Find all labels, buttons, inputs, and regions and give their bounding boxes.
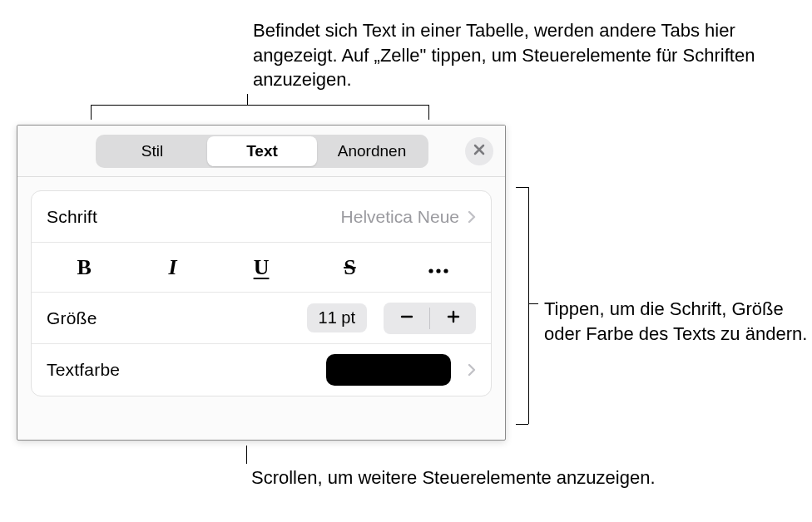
font-label: Schrift bbox=[47, 207, 97, 227]
underline-button[interactable]: U bbox=[217, 243, 305, 292]
italic-button[interactable]: I bbox=[128, 243, 216, 292]
text-options-group: Schrift Helvetica Neue B I U S bbox=[31, 190, 492, 396]
callout-top-text: Befindet sich Text in einer Tabelle, wer… bbox=[253, 18, 812, 92]
panel-body[interactable]: Schrift Helvetica Neue B I U S bbox=[17, 177, 505, 440]
format-panel: Stil Text Anordnen Schrift Helvetica Neu… bbox=[17, 125, 506, 441]
size-decrease-button[interactable] bbox=[384, 303, 429, 334]
strikethrough-button[interactable]: S bbox=[305, 243, 394, 292]
bracket-line bbox=[247, 94, 248, 105]
underline-icon: U bbox=[254, 255, 270, 280]
svg-point-2 bbox=[443, 268, 448, 273]
text-color-label: Textfarbe bbox=[47, 360, 120, 380]
callout-right-text: Tippen, um die Schrift, Größe oder Farbe… bbox=[544, 297, 812, 346]
size-stepper bbox=[384, 303, 476, 334]
text-color-row[interactable]: Textfarbe bbox=[32, 344, 491, 396]
callout-bottom-text: Scrollen, um weitere Steuerelemente anzu… bbox=[251, 465, 656, 490]
svg-point-1 bbox=[436, 268, 440, 273]
size-increase-button[interactable] bbox=[430, 303, 476, 334]
strikethrough-icon: S bbox=[344, 255, 355, 280]
bracket-line bbox=[528, 303, 538, 304]
tab-text[interactable]: Text bbox=[207, 136, 317, 166]
panel-header: Stil Text Anordnen bbox=[17, 126, 505, 177]
bracket-line bbox=[516, 424, 528, 425]
tab-stil[interactable]: Stil bbox=[97, 136, 207, 166]
more-options-button[interactable] bbox=[394, 243, 483, 292]
tab-segmented-control: Stil Text Anordnen bbox=[96, 135, 428, 168]
more-icon bbox=[428, 254, 449, 280]
bold-button[interactable]: B bbox=[40, 243, 128, 292]
close-button[interactable] bbox=[465, 137, 493, 165]
bracket-line bbox=[91, 105, 92, 120]
size-label: Größe bbox=[47, 308, 97, 328]
text-style-row: B I U S bbox=[32, 243, 491, 293]
chevron-right-icon bbox=[468, 363, 476, 377]
bracket-line bbox=[528, 187, 529, 424]
size-row: Größe 11 pt bbox=[32, 293, 491, 344]
plus-icon bbox=[446, 308, 461, 328]
chevron-right-icon bbox=[468, 210, 476, 224]
close-icon bbox=[473, 144, 485, 159]
color-swatch[interactable] bbox=[326, 354, 451, 386]
bracket-line bbox=[91, 105, 428, 106]
font-row[interactable]: Schrift Helvetica Neue bbox=[32, 191, 491, 243]
bracket-line bbox=[516, 187, 528, 188]
tab-anordnen[interactable]: Anordnen bbox=[317, 136, 427, 166]
font-value: Helvetica Neue bbox=[341, 207, 459, 227]
size-value[interactable]: 11 pt bbox=[307, 303, 367, 332]
bracket-line bbox=[246, 446, 247, 464]
minus-icon bbox=[399, 308, 414, 328]
svg-point-0 bbox=[428, 268, 433, 273]
bracket-line bbox=[428, 105, 429, 120]
